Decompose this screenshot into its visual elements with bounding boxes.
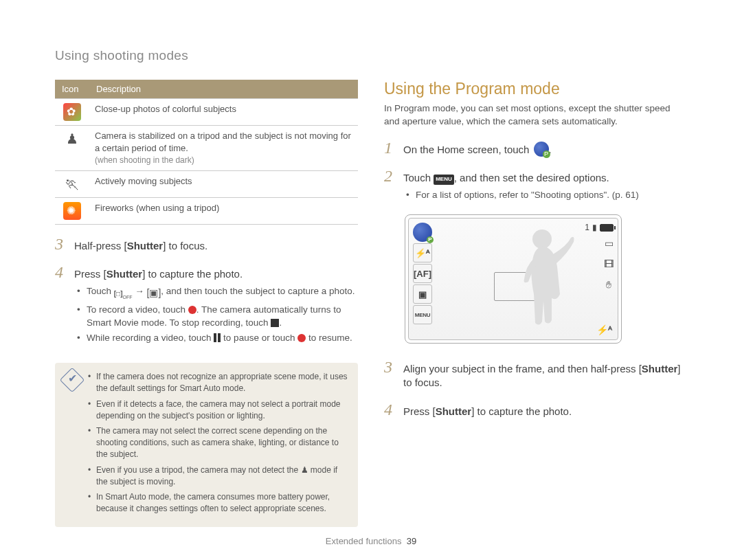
step-number: 3 xyxy=(384,359,398,375)
table-row: Close-up photos of colorful subjects xyxy=(55,99,358,126)
fireworks-icon xyxy=(63,202,81,220)
tripod-icon: ♟︎ xyxy=(301,465,308,475)
step-body: Half-press [Shutter] to focus. xyxy=(74,239,358,253)
th-description: Description xyxy=(89,80,358,99)
page-footer: Extended functions 39 xyxy=(0,536,742,546)
svg-point-0 xyxy=(532,229,552,249)
battery-icon xyxy=(600,224,614,232)
note-item: In Smart Auto mode, the camera consumes … xyxy=(88,491,350,515)
step-3: 3 Half-press [Shutter] to focus. xyxy=(55,236,358,253)
sub-bullet: To record a video, touch . The camera au… xyxy=(77,304,358,330)
viewfinder-screenshot: ⚡ᴬ [AF] ▣ MENU 1 ▮ ▭ 🎞︎ ✋︎ xyxy=(405,214,622,344)
desc-cell: Camera is stabilized on a tripod and the… xyxy=(89,126,358,171)
step-body: Press [Shutter] to capture the photo. xyxy=(403,405,687,418)
af-icon: [AF] xyxy=(413,264,432,283)
step-4: 4 Press [Shutter] to capture the photo. … xyxy=(55,264,358,348)
flash-auto-icon: ⚡ᴬ xyxy=(596,324,612,335)
right-column: Using the Program mode In Program mode, … xyxy=(384,80,687,527)
pause-icon xyxy=(214,333,216,342)
step-body: Touch MENU, and then set the desired opt… xyxy=(403,171,687,205)
th-icon: Icon xyxy=(55,80,89,99)
touch-tap-icon: [▣] xyxy=(147,287,161,300)
program-mode-icon xyxy=(534,142,549,157)
photo-icon: ▭ xyxy=(605,238,614,249)
note-item: The camera may not select the correct sc… xyxy=(88,425,350,460)
desc-cell: Close-up photos of colorful subjects xyxy=(89,99,358,126)
note-check-icon xyxy=(60,368,85,393)
record-icon xyxy=(188,306,196,314)
icon-description-table: Icon Description Close-up photos of colo… xyxy=(55,80,358,225)
action-icon: 🏃︎ xyxy=(65,175,79,193)
shot-count: 1 xyxy=(585,223,589,232)
step-body: Press [Shutter] to capture the photo. To… xyxy=(74,267,358,348)
menu-icon: MENU xyxy=(413,305,432,324)
step-number: 3 xyxy=(55,236,69,252)
sub-bullet: For a list of options, refer to "Shootin… xyxy=(406,189,687,202)
table-row: Fireworks (when using a tripod) xyxy=(55,197,358,224)
touch-off-icon: [□]OFF xyxy=(114,287,133,300)
footer-section: Extended functions xyxy=(326,536,402,546)
step-4: 4 Press [Shutter] to capture the photo. xyxy=(384,401,687,418)
flash-auto-icon: ⚡ᴬ xyxy=(413,243,432,262)
note-box: If the camera does not recognize an appr… xyxy=(55,363,358,527)
stop-icon xyxy=(271,319,279,327)
note-item: Even if you use a tripod, the camera may… xyxy=(88,464,350,488)
table-row: 🏃︎ Actively moving subjects xyxy=(55,170,358,197)
left-column: Icon Description Close-up photos of colo… xyxy=(55,80,358,527)
card-icon: ▮ xyxy=(592,223,597,232)
shooting-mode-icon: ▣ xyxy=(413,284,432,304)
step-3: 3 Align your subject in the frame, and t… xyxy=(384,359,687,390)
program-mode-title: Using the Program mode xyxy=(384,80,687,98)
sub-bullet: While recording a video, touch to pause … xyxy=(77,332,358,345)
hint-text: (when shooting in the dark) xyxy=(95,155,194,165)
program-intro: In Program mode, you can set most option… xyxy=(384,102,687,128)
step-number: 2 xyxy=(384,168,398,184)
step-body: On the Home screen, touch . xyxy=(403,142,687,157)
section-title: Using shooting modes xyxy=(55,48,687,63)
flower-closeup-icon xyxy=(63,103,81,121)
menu-icon: MENU xyxy=(434,175,454,185)
step-2: 2 Touch MENU, and then set the desired o… xyxy=(384,168,687,205)
step-number: 4 xyxy=(384,401,398,418)
desc-cell: Fireworks (when using a tripod) xyxy=(89,197,358,224)
program-mode-icon xyxy=(413,223,432,242)
table-row: ♟︎ Camera is stabilized on a tripod and … xyxy=(55,126,358,171)
video-icon: 🎞︎ xyxy=(604,258,614,269)
record-icon xyxy=(297,334,306,342)
subject-silhouette xyxy=(512,225,581,334)
tripod-icon: ♟︎ xyxy=(66,130,78,148)
step-1: 1 On the Home screen, touch . xyxy=(384,139,687,157)
sub-bullet: Touch [□]OFF → [▣], and then touch the s… xyxy=(77,285,358,300)
note-item: Even if it detects a face, the camera ma… xyxy=(88,399,350,422)
step-body: Align your subject in the frame, and the… xyxy=(403,362,687,390)
step-number: 1 xyxy=(384,139,398,156)
step-number: 4 xyxy=(55,264,69,280)
page-number: 39 xyxy=(407,536,416,546)
note-item: If the camera does not recognize an appr… xyxy=(88,371,350,394)
stabilizer-icon: ✋︎ xyxy=(606,279,611,291)
desc-cell: Actively moving subjects xyxy=(89,170,358,197)
